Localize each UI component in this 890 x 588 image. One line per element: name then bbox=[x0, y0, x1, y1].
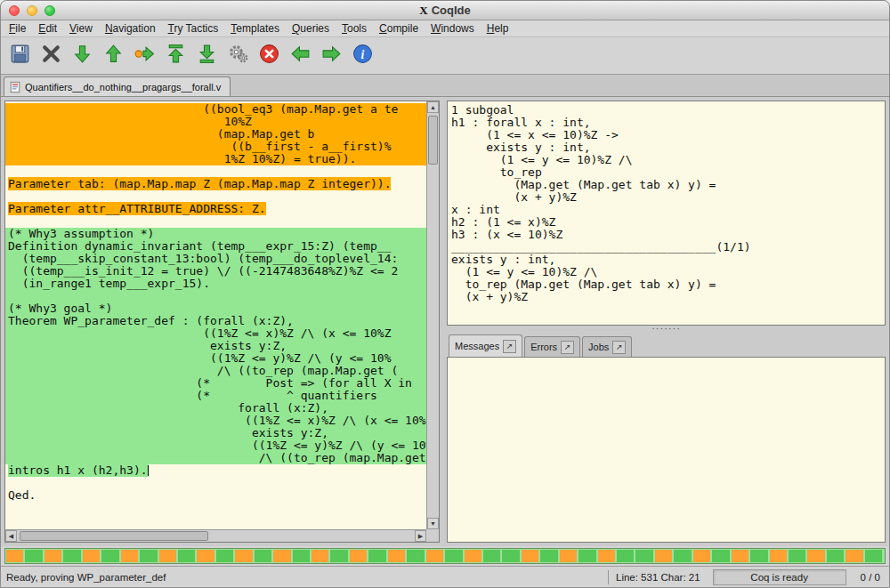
status-message: Ready, proving WP_parameter_def bbox=[6, 572, 601, 583]
interrupt-button[interactable] bbox=[255, 42, 284, 70]
code-line: 1%Z 10%Z) = true)). bbox=[5, 153, 426, 165]
goal-line: ______________________________________(1… bbox=[448, 241, 885, 254]
close-buffer-button[interactable] bbox=[36, 42, 66, 70]
progress-segment bbox=[368, 550, 385, 562]
previous-occurrence-button[interactable] bbox=[286, 42, 315, 70]
horizontal-scroll-thumb[interactable] bbox=[20, 531, 208, 541]
detach-icon[interactable]: ↗ bbox=[612, 341, 626, 354]
progress-segment bbox=[522, 550, 538, 562]
menu-item[interactable]: Try Tactics bbox=[162, 21, 225, 36]
backward-step-button[interactable] bbox=[99, 42, 128, 70]
progress-segment bbox=[63, 550, 80, 562]
next-occurrence-button[interactable] bbox=[317, 42, 346, 70]
scroll-right-icon[interactable]: ▶ bbox=[415, 530, 426, 542]
go-to-cursor-button[interactable] bbox=[130, 42, 159, 70]
save-button[interactable] bbox=[5, 42, 35, 70]
progress-segment bbox=[712, 550, 729, 562]
code-line: (map.Map.get b bbox=[5, 128, 426, 141]
coqide-window: XCoqIde FileEditViewNavigationTry Tactic… bbox=[0, 0, 890, 588]
goal-line: x : int bbox=[448, 204, 885, 216]
script-panel: ((bool_eq3 (map.Map.get a te 10%Z (map.M… bbox=[4, 101, 440, 543]
arrow-down-icon bbox=[71, 43, 93, 68]
menu-item[interactable]: View bbox=[63, 21, 99, 36]
go-to-end-button[interactable] bbox=[192, 42, 222, 70]
panel-splitter[interactable] bbox=[440, 101, 447, 543]
code-line: (* Why3 goal *) bbox=[5, 302, 426, 315]
script-editor[interactable]: ((bool_eq3 (map.Map.get a te 10%Z (map.M… bbox=[5, 101, 426, 529]
progress-segment bbox=[178, 550, 195, 562]
tab-strip: Quantifiers__do_nothing__pragargs__foral… bbox=[1, 75, 889, 97]
code-line: (temp___skip_constant_13:bool) (temp___d… bbox=[5, 253, 426, 265]
arrow-down-bar-icon bbox=[196, 43, 218, 68]
code-line: ((bool_eq3 (map.Map.get a te bbox=[5, 103, 426, 116]
fully-check-button[interactable] bbox=[223, 42, 253, 70]
scroll-up-icon[interactable]: ▲ bbox=[427, 101, 439, 113]
goal-line: (1 <= y <= 10)%Z /\ bbox=[448, 154, 885, 166]
progress-segment bbox=[101, 550, 118, 562]
menu-item[interactable]: File bbox=[3, 21, 32, 36]
progress-segment bbox=[540, 550, 557, 562]
message-tab-bar: Messages ↗ Errors ↗ Jobs ↗ bbox=[447, 334, 886, 357]
code-line bbox=[5, 190, 426, 203]
arrow-left-icon bbox=[289, 43, 312, 68]
menu-item[interactable]: Navigation bbox=[99, 21, 162, 36]
scroll-left-icon[interactable]: ◀ bbox=[5, 530, 17, 542]
progress-segment bbox=[388, 550, 405, 562]
progress-segment bbox=[445, 550, 462, 562]
right-column: 1 subgoalh1 : forall x : int, (1 <= x <=… bbox=[447, 101, 886, 543]
detach-icon[interactable]: ↗ bbox=[503, 340, 516, 353]
vertical-scroll-thumb[interactable] bbox=[428, 116, 438, 165]
menu-item[interactable]: Edit bbox=[32, 21, 63, 36]
message-tab[interactable]: Errors ↗ bbox=[524, 336, 580, 357]
goal-line: (x + y)%Z bbox=[448, 191, 885, 204]
progress-segment bbox=[293, 550, 310, 562]
detach-icon[interactable]: ↗ bbox=[561, 341, 574, 354]
code-line: ((b__first - a__first)% bbox=[5, 141, 426, 153]
message-tab[interactable]: Messages ↗ bbox=[449, 334, 522, 357]
progress-segment bbox=[121, 550, 138, 562]
window-title: XCoqIde bbox=[1, 4, 889, 18]
code-line: Definition dynamic_invariant (temp___exp… bbox=[5, 240, 426, 253]
go-to-start-button[interactable] bbox=[161, 42, 190, 70]
goal-line: h1 : forall x : int, bbox=[448, 117, 885, 129]
code-line: ((1%Z <= x)%Z /\ (x <= 10%Z bbox=[5, 415, 426, 427]
cursor-position: Line: 531 Char: 21 bbox=[616, 572, 700, 583]
code-line: (in_range1 temp___expr_15). bbox=[5, 278, 426, 290]
code-line: (* Why3 assumption *) bbox=[5, 228, 426, 240]
message-tab[interactable]: Jobs ↗ bbox=[582, 336, 632, 357]
goal-panel[interactable]: 1 subgoalh1 : forall x : int, (1 <= x <=… bbox=[447, 101, 886, 326]
menu-item[interactable]: Compile bbox=[373, 21, 425, 36]
vertical-scrollbar[interactable]: ▲ ▼ bbox=[426, 101, 439, 529]
horizontal-scrollbar[interactable]: ◀ ▶ bbox=[5, 529, 426, 542]
messages-panel[interactable] bbox=[447, 357, 886, 543]
menu-item[interactable]: Tools bbox=[336, 21, 373, 36]
progress-segment bbox=[312, 550, 328, 562]
title-bar[interactable]: XCoqIde bbox=[1, 1, 889, 20]
forward-step-button[interactable] bbox=[68, 42, 97, 70]
code-line bbox=[5, 215, 426, 228]
scrollbar-corner bbox=[426, 529, 439, 542]
menu-item[interactable]: Help bbox=[481, 21, 515, 36]
goal-line: h2 : (1 <= x)%Z bbox=[448, 216, 885, 229]
progress-segment bbox=[502, 550, 519, 562]
code-line bbox=[5, 165, 426, 178]
menu-item[interactable]: Queries bbox=[286, 21, 336, 36]
about-button[interactable]: i bbox=[348, 42, 377, 70]
progress-segment bbox=[273, 550, 290, 562]
progress-segment bbox=[330, 550, 347, 562]
menu-item[interactable]: Windows bbox=[425, 21, 481, 36]
file-tab[interactable]: Quantifiers__do_nothing__pragargs__foral… bbox=[4, 77, 231, 96]
arrow-up-bar-icon bbox=[165, 43, 187, 68]
goal-line: to_rep bbox=[448, 166, 885, 179]
scroll-down-icon[interactable]: ▼ bbox=[427, 518, 439, 529]
code-line: ((1%Z <= y)%Z /\ (y <= 10% bbox=[5, 352, 426, 365]
progress-segment bbox=[560, 550, 577, 562]
code-line: (* Post => (for all X in bbox=[5, 377, 426, 390]
gears-icon bbox=[227, 43, 249, 68]
pane-handle[interactable]: ······· bbox=[447, 326, 886, 334]
goal-line: (Map.get (Map.get tab x) y) = bbox=[448, 179, 885, 191]
menu-item[interactable]: Templates bbox=[224, 21, 286, 36]
progress-segment bbox=[789, 550, 805, 562]
code-line: Parameter tab: (map.Map.map Z (map.Map.m… bbox=[5, 178, 426, 190]
toolbar: i bbox=[1, 37, 889, 75]
